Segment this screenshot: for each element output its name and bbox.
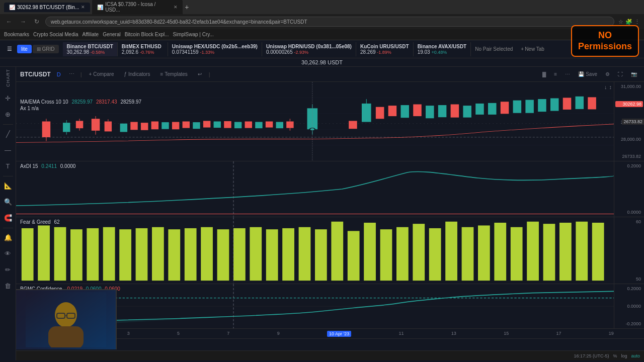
pair-change-hdrnusd: -2.93% (294, 50, 309, 55)
lite-btn[interactable]: lite (17, 45, 32, 53)
new-tab-button[interactable]: + (185, 3, 189, 11)
pair-btcusdt[interactable]: Binance BTC/USDT 30,262.98 -0.58% (63, 42, 118, 56)
alert-tool[interactable]: 🔔 (2, 231, 15, 244)
candlestick-btn[interactable]: ▓ (539, 70, 549, 78)
pair-hexusdc[interactable]: Uniswap HEX/USDC (0x2b5...eeb39) 0.07341… (168, 42, 262, 56)
ma-val2: 28317.43 (96, 99, 117, 105)
pair-change-urususdt: -1.89% (377, 50, 391, 55)
svg-rect-51 (451, 104, 459, 117)
edit-tool[interactable]: ✏ (2, 263, 15, 277)
indicators-button[interactable]: ƒ Indicators (121, 70, 153, 78)
indicators-icon: ƒ (124, 71, 127, 77)
svg-rect-97 (462, 227, 474, 281)
symbol-label: BTC/USDT (20, 71, 51, 78)
cursor-tool[interactable]: ✛ (2, 92, 15, 105)
fear-50: 50 (615, 277, 643, 282)
axdi-label: AxDI 15 (20, 163, 38, 169)
timeframe-more[interactable]: ⋯ (67, 70, 76, 78)
save-icon: 💾 (578, 71, 584, 77)
bookmark-affiliate[interactable]: Affiliate (83, 32, 99, 37)
scroll-left-btn[interactable]: ↓ (604, 84, 607, 90)
pair-hdrnusd[interactable]: Uniswap HDRN/USD (0x381...05e08) 0.00000… (262, 42, 356, 56)
svg-rect-87 (299, 227, 311, 281)
tool-separator-3 (3, 228, 13, 228)
text-tool[interactable]: T (2, 160, 15, 173)
bookmark-bookmarks[interactable]: Bookmarks (4, 32, 29, 37)
svg-rect-77 (136, 228, 148, 281)
compare-button[interactable]: + Compare (86, 70, 117, 78)
screenshot-btn[interactable]: 📷 (628, 70, 640, 78)
magnet-tool[interactable]: 🧲 (2, 212, 15, 225)
fear-val: 62 (54, 219, 59, 225)
logo-watermark: NO Permissions (571, 25, 639, 57)
browser-bar: 📈 30262.98 BTC/USDT (Bin... ✕ 📊 ICSA $0.… (0, 0, 644, 14)
left-toolbar: CHART ✛ ⊕ ╱ — T 📐 🔍 🧲 🔔 👁 ✏ 🗑 (0, 67, 16, 360)
svg-rect-113 (48, 326, 84, 347)
tab-close2[interactable]: ✕ (174, 5, 178, 10)
fullscreen-btn[interactable]: ⛶ (615, 70, 626, 78)
chart-nav-controls: ↓ ↕ (604, 84, 612, 90)
svg-rect-62 (588, 97, 596, 109)
crosshair-tool[interactable]: ⊕ (2, 108, 15, 121)
extensions-icon[interactable]: 🧩 (625, 19, 632, 25)
undo-button[interactable]: ↩ (195, 70, 205, 78)
svg-rect-104 (576, 222, 588, 281)
svg-rect-32 (245, 122, 252, 128)
trash-tool[interactable]: 🗑 (2, 280, 15, 293)
refresh-button[interactable]: ↻ (32, 17, 41, 26)
bookmark-general[interactable]: General (103, 32, 121, 37)
bookmark-bitcoin-block[interactable]: Bitcoin Block Expl... (125, 32, 169, 37)
svg-rect-6 (42, 122, 51, 137)
pair-avaxusdt[interactable]: Binance AVAX/USDT 19.03 +0.48% (414, 42, 471, 56)
templates-button[interactable]: ≡ Templates (157, 70, 190, 78)
measure-tool[interactable]: 📐 (2, 179, 15, 193)
settings-chart-btn[interactable]: ⚙ (602, 70, 613, 78)
save-button[interactable]: 💾 Save (575, 70, 600, 78)
ax-label-text: Ax 1 n/a (20, 106, 39, 111)
grid-btn[interactable]: ⊞ GRID (33, 45, 59, 53)
svg-rect-85 (266, 229, 278, 281)
svg-rect-9 (63, 123, 70, 132)
eye-tool[interactable]: 👁 (2, 247, 15, 260)
pair-ethusd[interactable]: BitMEX ETHUSD 2,092.6 -0.76% (118, 42, 168, 56)
log-button[interactable]: log (621, 353, 627, 358)
settings-icon[interactable]: ⋮ (634, 19, 640, 25)
tab-close[interactable]: ✕ (81, 5, 85, 10)
axdi-svg (16, 161, 614, 217)
svg-rect-102 (543, 224, 555, 281)
svg-rect-83 (233, 228, 246, 281)
bgmc-02: 0.2000 (615, 286, 643, 291)
ma-label-text: MA/EMA Cross 10 10 (20, 99, 68, 105)
bookmark-crypto-social[interactable]: Crypto Social Media (33, 32, 78, 37)
auto-button[interactable]: auto (631, 353, 640, 358)
toolbar-separator2: | (209, 71, 210, 77)
new-tab-pair-button[interactable]: + New Tab (517, 46, 548, 52)
timeframe-daily[interactable]: D (55, 70, 63, 78)
chart-type-btn[interactable]: ⋯ (562, 70, 573, 78)
zoom-tool[interactable]: 🔍 (2, 196, 15, 209)
pair-price-urususdt: 28.269 -1.89% (360, 49, 409, 55)
axdi-val1: 0.2411 (41, 163, 57, 169)
bar-chart-btn[interactable]: ≡ (551, 70, 560, 78)
svg-rect-46 (388, 106, 397, 116)
svg-rect-79 (168, 229, 180, 281)
bookmark-icon[interactable]: ☆ (618, 19, 623, 25)
time-3: 3 (127, 331, 130, 337)
back-button[interactable]: ← (4, 17, 14, 26)
horizontal-line-tool[interactable]: — (2, 144, 15, 157)
sidebar-toggle[interactable]: ☰ (2, 46, 17, 52)
bookmark-simpleswap[interactable]: SimplSwap | Cry... (173, 32, 214, 37)
time-15: 15 (504, 331, 509, 337)
svg-rect-42 (349, 121, 357, 129)
tab-btcusdt[interactable]: 📈 30262.98 BTC/USDT (Bin... ✕ (4, 3, 90, 12)
tab-icsa[interactable]: 📊 ICSA $0.7390 - Icosa / USD... ✕ (92, 0, 183, 15)
trend-line-tool[interactable]: ╱ (2, 128, 15, 141)
crosshair-price-label: 26733.82 (622, 119, 644, 125)
svg-rect-59 (550, 98, 559, 111)
pair-urususdt[interactable]: KuCoin URUS/USDT 28.269 -1.89% (356, 42, 414, 56)
forward-button[interactable]: → (18, 17, 28, 26)
scroll-right-btn[interactable]: ↕ (609, 84, 612, 90)
svg-rect-75 (103, 227, 115, 281)
address-bar[interactable]: web.getaurox.com/workspace_uuid=b83d380-… (45, 17, 614, 27)
svg-rect-100 (511, 227, 523, 281)
